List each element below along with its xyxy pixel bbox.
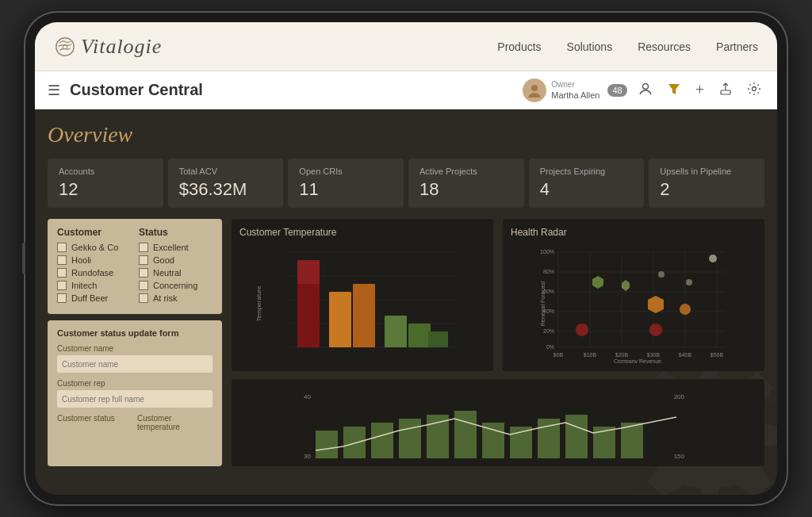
- filter-columns: Customer Gekko & Co Hooli: [57, 227, 213, 306]
- settings-icon[interactable]: [744, 80, 764, 101]
- svg-rect-15: [353, 284, 375, 347]
- svg-point-6: [753, 86, 756, 90]
- nav-link-products[interactable]: Products: [497, 40, 541, 53]
- svg-point-2: [531, 85, 538, 91]
- svg-rect-66: [565, 415, 588, 458]
- svg-text:$30B: $30B: [647, 352, 661, 358]
- checkbox-neutral[interactable]: [139, 268, 148, 278]
- temp-chart-box: Customer Temperature Temperature: [232, 219, 493, 371]
- svg-rect-5: [721, 90, 730, 94]
- svg-rect-62: [454, 411, 477, 458]
- svg-point-48: [576, 324, 588, 336]
- nav-link-solutions[interactable]: Solutions: [567, 40, 613, 53]
- svg-text:$10B: $10B: [584, 352, 597, 358]
- temp-y-label: Temperature: [255, 286, 262, 322]
- stat-cris: Open CRIs 11: [288, 159, 404, 208]
- svg-text:100%: 100%: [540, 249, 554, 255]
- filter-item-concerning: Concerning: [139, 281, 213, 290]
- customer-status-field: Customer status: [57, 414, 132, 434]
- svg-text:150: 150: [674, 453, 685, 460]
- header-actions: Owner Martha Allen 48 +: [523, 79, 764, 102]
- customer-name-label: Customer name: [57, 344, 213, 353]
- svg-point-47: [680, 304, 691, 315]
- checkbox-good[interactable]: [139, 255, 148, 265]
- customer-filter-col: Customer Gekko & Co Hooli: [57, 227, 131, 306]
- stat-expiring: Projects Expiring 4: [529, 159, 645, 208]
- svg-text:$20B: $20B: [615, 352, 629, 358]
- stats-row: Accounts 12 Total ACV $36.32M Open CRIs …: [48, 159, 764, 208]
- svg-text:$40B: $40B: [679, 352, 692, 358]
- status-filter-title: Status: [139, 227, 213, 238]
- nav-link-partners[interactable]: Partners: [716, 40, 758, 53]
- page-title: Customer Central: [70, 81, 513, 99]
- stat-accounts: Accounts 12: [48, 159, 163, 208]
- svg-text:40%: 40%: [543, 308, 554, 314]
- svg-marker-45: [622, 280, 630, 291]
- svg-rect-57: [316, 431, 338, 458]
- stat-acv: Total ACV $36.32M: [168, 159, 284, 208]
- logo-icon: [54, 36, 76, 58]
- filter-icon[interactable]: [664, 80, 684, 101]
- svg-text:80%: 80%: [543, 269, 554, 274]
- sub-header: ☰ Customer Central Owner Martha Allen: [35, 71, 777, 109]
- svg-point-52: [686, 279, 692, 285]
- stat-accounts-label: Accounts: [59, 167, 152, 176]
- svg-text:60%: 60%: [543, 289, 554, 294]
- nav-link-resources[interactable]: Resources: [638, 40, 691, 53]
- status-form-box: Customer status update form Customer nam…: [48, 320, 222, 466]
- label-rundofase: Rundofase: [71, 268, 113, 278]
- label-good: Good: [153, 255, 174, 265]
- svg-rect-13: [297, 260, 320, 284]
- checkbox-concerning[interactable]: [139, 281, 148, 290]
- customer-name-field: Customer name: [57, 344, 213, 373]
- checkbox-duffbeer[interactable]: [57, 293, 67, 303]
- filter-item-hooli: Hooli: [57, 255, 131, 265]
- svg-rect-59: [371, 423, 393, 458]
- share-icon[interactable]: [715, 80, 736, 101]
- checkbox-atrisk[interactable]: [139, 293, 148, 303]
- stat-acv-label: Total ACV: [179, 167, 273, 176]
- customer-temp-label: Customer temperature: [137, 414, 213, 431]
- svg-text:200: 200: [674, 393, 685, 400]
- add-icon[interactable]: +: [692, 79, 707, 101]
- svg-text:0%: 0%: [546, 344, 554, 350]
- left-panel: Customer Gekko & Co Hooli: [48, 219, 222, 466]
- svg-text:Company Revenue: Company Revenue: [614, 358, 661, 363]
- stat-acv-value: $36.32M: [179, 179, 273, 200]
- checkbox-rundofase[interactable]: [57, 268, 67, 278]
- stat-projects: Active Projects 18: [408, 159, 524, 208]
- stat-upsells-value: 2: [660, 179, 753, 200]
- label-gekko: Gekko & Co: [71, 243, 118, 252]
- customer-temp-field: Customer temperature: [137, 414, 213, 434]
- checkbox-initech[interactable]: [57, 281, 67, 290]
- bottom-chart-box: 40 30 200 150: [232, 379, 764, 466]
- svg-text:$0B: $0B: [553, 352, 564, 358]
- stat-expiring-value: 4: [540, 179, 634, 200]
- checkbox-gekko[interactable]: [57, 243, 67, 252]
- customer-name-input[interactable]: [57, 355, 213, 373]
- checkbox-excellent[interactable]: [139, 243, 148, 252]
- temp-chart-svg: [239, 244, 485, 363]
- filter-item-atrisk: At risk: [139, 293, 213, 303]
- filter-item-duffbeer: Duff Beer: [57, 293, 131, 303]
- svg-text:20%: 20%: [543, 328, 554, 334]
- checkbox-hooli[interactable]: [57, 255, 67, 265]
- customer-filter-title: Customer: [57, 227, 131, 238]
- svg-point-50: [709, 255, 717, 262]
- customer-rep-input[interactable]: [57, 390, 213, 408]
- svg-point-3: [642, 83, 648, 89]
- label-duffbeer: Duff Beer: [71, 293, 108, 303]
- label-excellent: Excellent: [153, 243, 189, 252]
- bottom-chart-svg: 40 30 200 150: [239, 387, 756, 466]
- hamburger-icon[interactable]: ☰: [48, 82, 60, 99]
- notification-badge[interactable]: 48: [607, 84, 626, 97]
- stat-projects-value: 18: [419, 179, 513, 200]
- nav-bar: Vitalogie Products Solutions Resources P…: [35, 22, 777, 71]
- user-name: Martha Allen: [551, 90, 599, 101]
- user-icon[interactable]: [635, 80, 656, 101]
- stat-expiring-label: Projects Expiring: [540, 167, 634, 176]
- form-title: Customer status update form: [57, 328, 213, 338]
- filter-box: Customer Gekko & Co Hooli: [48, 219, 222, 314]
- user-role: Owner: [551, 79, 599, 90]
- customer-rep-label: Customer rep: [57, 379, 213, 388]
